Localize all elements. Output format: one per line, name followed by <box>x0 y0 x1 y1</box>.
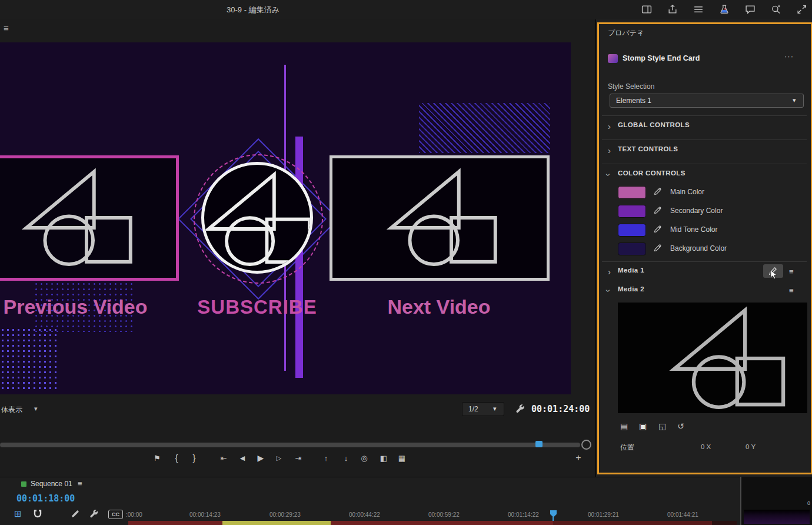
timeline-settings-icon[interactable]: ⊞ <box>14 509 22 519</box>
settings-wrench-icon[interactable] <box>515 404 525 414</box>
timeline-ruler[interactable]: :00:00 00:00:14:23 00:00:29:23 00:00:44:… <box>125 506 737 521</box>
ruler-tick: 00:00:29:23 <box>269 511 301 518</box>
mid-tone-color-label: Mid Tone Color <box>670 225 717 234</box>
clip-segment[interactable] <box>222 521 331 525</box>
position-x-value[interactable]: 0 X <box>701 443 711 450</box>
clip-segment[interactable] <box>553 521 712 525</box>
snap-magnet-icon[interactable] <box>33 509 42 519</box>
media-fit-icon[interactable]: ▣ <box>639 421 647 431</box>
section-text-controls[interactable]: TEXT CONTROLS <box>618 145 678 152</box>
chevron-down-icon: › <box>605 174 611 177</box>
zoom-level-select[interactable]: 体表示 ▾ <box>0 403 53 417</box>
more-options-button[interactable]: ··· <box>784 52 794 61</box>
add-marker-button[interactable]: ⚑ <box>149 454 165 463</box>
beta-features-beaker-icon[interactable] <box>719 4 730 15</box>
section-media1[interactable]: Media 1 <box>618 267 644 274</box>
style-selection-value: Elements 1 <box>616 97 651 105</box>
search-sparkle-icon[interactable] <box>771 4 781 15</box>
media-fill-icon[interactable]: ▤ <box>620 421 628 431</box>
media2-thumbnail[interactable] <box>618 303 807 413</box>
secondary-color-label: Secondary Color <box>670 207 723 215</box>
main-color-label: Main Color <box>670 188 704 196</box>
divider <box>602 261 807 262</box>
captions-cc-button[interactable]: CC <box>108 510 123 519</box>
step-forward-button[interactable]: ▷ <box>271 454 287 462</box>
quick-export-icon[interactable] <box>667 4 678 15</box>
divider <box>602 115 807 116</box>
secondary-color-swatch[interactable] <box>618 205 646 218</box>
media2-menu-icon[interactable]: ≡ <box>789 287 794 294</box>
media1-menu-icon[interactable]: ≡ <box>789 268 794 275</box>
position-y-value[interactable]: 0 Y <box>746 443 756 450</box>
background-color-label: Background Color <box>670 244 727 252</box>
timeline-timecode[interactable]: 00:01:18:00 <box>16 493 75 504</box>
section-media2[interactable]: Media 2 <box>618 285 644 293</box>
program-monitor-panel: ≡ Previous Video SUBSCRIB <box>0 19 595 477</box>
go-to-out-button[interactable]: ⇥ <box>291 454 306 463</box>
background-color-swatch[interactable] <box>618 242 646 255</box>
ruler-tick: 00:00:14:23 <box>189 511 221 518</box>
mini-thumbnail <box>744 510 810 524</box>
go-to-in-button[interactable]: ⇤ <box>216 454 231 463</box>
comparison-view-button[interactable]: ◧ <box>376 454 391 463</box>
fullscreen-icon[interactable] <box>797 4 807 15</box>
mark-out-button[interactable]: } <box>187 453 202 463</box>
button-editor-plus[interactable]: + <box>571 453 586 463</box>
ruler-tick: 00:01:14:22 <box>508 511 539 518</box>
comment-icon[interactable] <box>745 4 756 15</box>
monitor-scrollbar[interactable] <box>0 443 580 447</box>
chevron-down-icon: ▾ <box>493 405 497 413</box>
chevron-right-icon: › <box>608 269 611 275</box>
monitor-playhead-marker[interactable] <box>535 441 543 447</box>
chevron-down-icon: ▾ <box>793 97 796 104</box>
multi-camera-button[interactable]: ▦ <box>394 454 410 463</box>
eyedropper-icon[interactable] <box>653 225 662 234</box>
resolution-select[interactable]: 1/2 ▾ <box>462 402 504 416</box>
resolution-value: 1/2 <box>468 405 478 413</box>
style-selection-label: Style Selection <box>608 82 654 91</box>
media-reset-icon[interactable]: ↺ <box>677 421 684 431</box>
window-title: 30-9 - 編集済み <box>227 5 279 15</box>
panel-menu-icon[interactable]: ≡ <box>638 29 643 36</box>
mouse-cursor <box>770 270 778 280</box>
play-button[interactable]: ▶ <box>253 453 268 463</box>
section-global-controls[interactable]: GLOBAL CONTROLS <box>618 121 690 128</box>
ruler-tick: :00:00 <box>126 511 142 518</box>
titlebar: 30-9 - 編集済み <box>0 0 812 20</box>
chevron-right-icon: › <box>608 148 611 154</box>
eyedropper-icon[interactable] <box>653 244 662 252</box>
clip-segment[interactable] <box>128 521 222 525</box>
list-icon[interactable] <box>693 4 704 15</box>
mark-in-button[interactable]: { <box>169 453 184 463</box>
sequence-menu-icon[interactable]: ≡ <box>78 480 82 487</box>
media-crop-icon[interactable]: ◱ <box>658 421 666 431</box>
program-timecode[interactable]: 00:01:24:00 <box>531 404 590 414</box>
geometric-logo <box>662 306 791 411</box>
mid-tone-color-swatch[interactable] <box>618 224 646 237</box>
panel-menu-icon[interactable]: ≡ <box>4 25 9 32</box>
workspace-icon[interactable] <box>641 4 652 15</box>
sequence-tab[interactable]: Sequence 01 <box>31 480 72 488</box>
audio-meter-panel: 0 <box>740 477 812 525</box>
dot-pattern-bright <box>0 327 56 390</box>
export-frame-button[interactable]: ◎ <box>357 454 372 463</box>
next-video-label: Next Video <box>374 295 504 318</box>
extract-button[interactable]: ↓ <box>338 454 354 463</box>
chevron-down-icon: ▾ <box>34 405 38 413</box>
style-selection-dropdown[interactable]: Elements 1 ▾ <box>610 94 804 108</box>
previous-video-label: Previous Video <box>0 295 151 318</box>
marker-pen-icon[interactable] <box>71 509 80 519</box>
ruler-tick: 00:01:29:21 <box>588 511 619 518</box>
clip-segment[interactable] <box>331 521 553 525</box>
sequence-icon <box>21 481 26 487</box>
video-preview: Previous Video SUBSCRIBE Next Video <box>0 42 571 394</box>
step-back-button[interactable]: ◀ <box>235 454 250 462</box>
geometric-logo <box>382 168 500 268</box>
section-color-controls[interactable]: COLOR CONTROLS <box>618 170 685 177</box>
lift-button[interactable]: ↑ <box>318 454 334 463</box>
timeline-wrench-icon[interactable] <box>89 509 99 519</box>
main-color-swatch[interactable] <box>618 186 646 199</box>
eyedropper-icon[interactable] <box>653 206 662 215</box>
eyedropper-icon[interactable] <box>653 187 662 196</box>
scrollbar-handle[interactable] <box>581 440 591 450</box>
